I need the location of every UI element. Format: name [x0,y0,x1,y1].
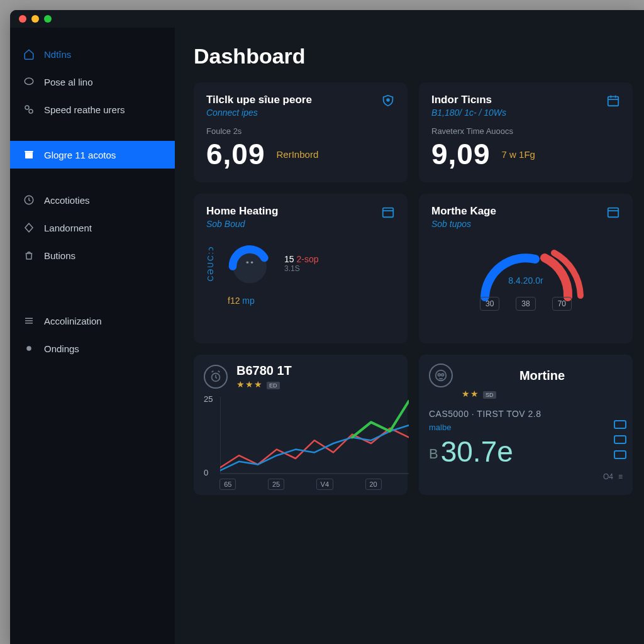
metric-tag: RerInbord [277,149,319,160]
side-indicators [614,420,626,459]
gauge-sub: 3.1S [284,264,319,273]
svg-point-18 [438,374,440,376]
card-title: Morthe Kage [431,205,496,218]
sidebar-item-landornent[interactable]: Landornent [10,214,175,242]
card-tilclk[interactable]: Tilclk upe sîue peore Connect ipes Foulc… [194,82,408,182]
chip[interactable]: 30 [480,297,499,311]
sidebar-item-label: Butions [44,250,75,261]
menu-icon[interactable]: ≡ [618,472,623,481]
svg-rect-4 [25,151,33,152]
card-mortine[interactable]: Mortine ★★SD CAS5000 · TIRST TOV 2.8 mal… [419,355,633,495]
owl-icon [429,364,453,387]
gauge-icon [221,235,278,292]
svg-point-11 [247,261,249,264]
card-morthe-kage[interactable]: Morthe Kage Sob tupos 8.4.20.0r [419,194,633,343]
battery-icon [614,435,626,444]
gauge-suffix: 2-sop [296,254,318,264]
card-title: B6780 1T [236,364,292,378]
sidebar-item-label: Ndtîns [44,49,71,60]
card-title: Tilclk upe sîue peore [206,94,312,106]
gauge-footer: f12 mp [228,296,395,306]
metric-tag: 7 w 1Fg [502,149,535,160]
card-subtitle: Sob Boud [206,219,278,229]
chip[interactable]: 70 [552,297,572,311]
card-title: Mortine [462,369,623,383]
shield-icon [381,94,395,108]
calendar-icon [381,205,395,219]
dot-icon [23,342,35,355]
archive-icon [23,148,35,161]
battery-icon [614,420,626,429]
sidebar-item-pose[interactable]: Pose al lino [10,68,175,96]
svg-point-6 [26,346,31,351]
svg-rect-3 [25,152,33,158]
svg-point-0 [25,78,33,85]
link-icon [23,103,35,116]
metric-label: Raveterx Time Auoocs [431,126,620,136]
svg-rect-9 [383,208,394,218]
metric-sub: malbe [429,423,623,432]
maximize-icon[interactable] [44,15,52,23]
main-content: Dashboard Tilclk upe sîue peore Connect … [175,28,644,644]
gauge-center: 8.4.20.0r [508,275,543,286]
metric-value: B30.7e [429,435,623,469]
card-indor[interactable]: Indor Ticıns B1,180/ 1c- / 10Ws Raveterx… [419,82,633,182]
svg-point-1 [25,106,29,109]
calendar-icon [606,205,620,219]
footer-text: O4 [603,472,613,481]
svg-rect-8 [608,97,619,106]
metric-label: Foulce 2s [206,126,395,136]
svg-point-12 [251,261,253,264]
svg-rect-13 [608,208,619,218]
page-title: Dashboard [194,44,644,69]
diamond-icon [23,221,35,234]
card-title: Home Heating [206,205,278,218]
svg-point-2 [29,109,33,113]
x-tick: 20 [365,479,382,490]
alarm-icon [204,365,228,389]
card-subtitle: Sob tupos [431,219,496,229]
sidebar-item-accotioties[interactable]: Accotioties [10,186,175,214]
sidebar: Ndtîns Pose al lino Speed reathe urers G… [10,28,175,644]
sidebar-item-label: Pose al lino [44,77,93,87]
card-title: Indor Ticıns [431,94,506,106]
card-b6780[interactable]: B6780 1T ★★★ED 25 0 65 25 [194,355,408,495]
line-chart: 25 0 65 25 V4 20 [204,394,397,489]
app-window: Ndtîns Pose al lino Speed reathe urers G… [10,10,644,644]
sidebar-item-accolinization[interactable]: Accolinization [10,307,175,335]
sidebar-item-butions[interactable]: Butions [10,242,175,269]
rating: ★★★ED [236,379,292,389]
svg-point-19 [441,374,444,376]
clock-icon [23,194,35,206]
bag-icon [23,249,35,262]
sidebar-item-ondings[interactable]: Ondings [10,335,175,362]
x-tick: 25 [268,479,284,490]
metric-value: 6,09 [206,137,265,171]
title-bar [10,10,644,28]
minimize-icon[interactable] [31,15,39,23]
chat-icon [23,75,35,88]
battery-icon [614,450,626,459]
sidebar-item-speed[interactable]: Speed reathe urers [10,96,175,123]
x-tick: 65 [219,479,236,490]
card-subtitle: B1,180/ 1c- / 10Ws [431,108,506,118]
sidebar-item-label: Speed reathe urers [44,104,125,115]
metric-value: 9,09 [431,137,491,171]
home-icon [23,48,35,60]
sidebar-item-ndtins[interactable]: Ndtîns [10,40,175,68]
sidebar-item-label: Accolinization [44,316,102,326]
gauge-vlabel: CƏUC:ɔ [206,245,215,281]
sidebar-item-label: Accotioties [44,195,90,206]
close-icon[interactable] [19,15,26,23]
chip[interactable]: 38 [516,297,535,311]
metric-line: CAS5000 · TIRST TOV 2.8 [429,409,623,419]
calendar-icon [606,94,620,108]
svg-point-7 [387,99,389,101]
menu-icon [23,314,35,327]
sidebar-item-label: Landornent [44,223,92,233]
sidebar-item-label: Glogre 11 acotos [44,150,116,160]
card-home-heating[interactable]: Home Heating Sob Boud CƏUC:ɔ [194,194,408,343]
gauge-val: 15 [284,254,294,264]
sidebar-item-glogre[interactable]: Glogre 11 acotos [10,141,175,169]
card-subtitle: Connect ipes [206,108,312,118]
